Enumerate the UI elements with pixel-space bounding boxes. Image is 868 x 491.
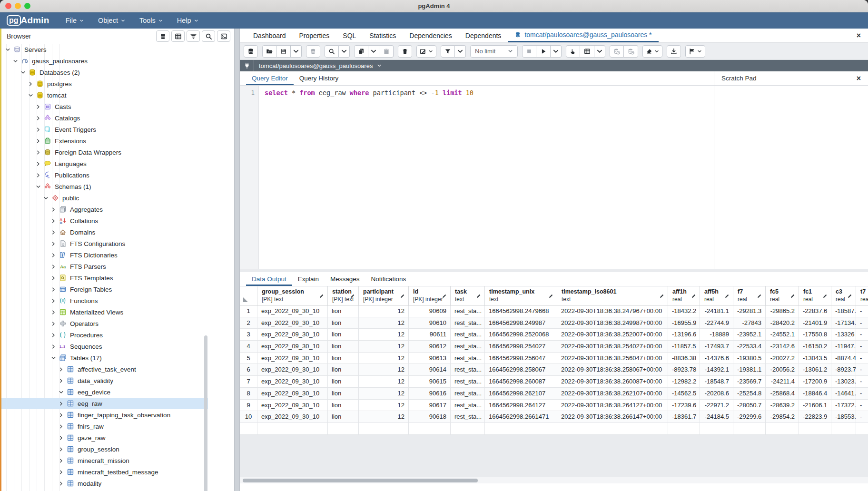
search-objects-button[interactable]	[202, 30, 215, 42]
cell-timestamp-iso8601[interactable]: 2022-09-30T18:36:38.256047+00:00	[557, 353, 668, 364]
cell-t7[interactable]: -	[856, 317, 868, 329]
cell-c3[interactable]: -13326	[831, 329, 856, 341]
chevron-right-icon[interactable]	[57, 481, 65, 486]
cell-timestamp-iso8601[interactable]: 2022-09-30T18:36:38.252007+00:00	[557, 329, 668, 341]
cell-fc1[interactable]: -18846.4	[799, 388, 831, 400]
cell-aff5h[interactable]: -14392.1	[700, 364, 733, 376]
tree-item-domains[interactable]: Domains	[0, 226, 208, 238]
chevron-right-icon[interactable]	[49, 298, 57, 304]
cell-c3[interactable]: -13023.7	[831, 376, 856, 388]
minimize-window-button[interactable]	[15, 3, 21, 9]
cell-station[interactable]: lion	[328, 317, 359, 329]
cell-aff5h[interactable]: -24181.1	[700, 305, 733, 317]
row-number[interactable]: 4	[240, 341, 257, 353]
chevron-right-icon[interactable]	[57, 412, 65, 418]
cell-fc1[interactable]: -13061.2	[799, 364, 831, 376]
tree-item-minecraft-testbed-message[interactable]: minecraft_testbed_message	[0, 466, 208, 478]
tree-item-databases-2[interactable]: Databases (2)	[0, 67, 208, 78]
cell-id[interactable]: 90612	[409, 341, 451, 353]
cell-participant[interactable]: 12	[359, 364, 409, 376]
paste-button[interactable]	[379, 45, 394, 58]
chevron-right-icon[interactable]	[49, 230, 57, 235]
column-header-fc1[interactable]: fc1 real	[799, 286, 831, 305]
column-header-c3[interactable]: c3 real	[831, 286, 856, 305]
cell-fc5[interactable]: -29854.2	[766, 411, 799, 423]
cell-station[interactable]: lion	[328, 329, 359, 341]
tree-item-foreign-data-wrappers[interactable]: Foreign Data Wrappers	[0, 147, 208, 158]
cell-timestamp-unix[interactable]: 1664562998.262107	[485, 388, 557, 400]
cell-task[interactable]: rest_sta...	[451, 376, 485, 388]
tree-item-public[interactable]: public	[0, 192, 208, 204]
cell-aff1h[interactable]: -14562.5	[668, 388, 700, 400]
tree-item-casts[interactable]: 69 Casts	[0, 101, 208, 112]
chevron-down-icon[interactable]	[19, 70, 27, 75]
sql-code-line[interactable]: select * from eeg_raw where participant …	[265, 89, 473, 97]
cell-t7[interactable]: -	[856, 376, 868, 388]
chevron-right-icon[interactable]	[34, 161, 42, 167]
cell-id[interactable]: 90609	[409, 305, 451, 317]
cell-fc5[interactable]: -20056.2	[766, 364, 799, 376]
cell-t7[interactable]: -	[856, 388, 868, 400]
menu-object[interactable]: Object	[98, 17, 125, 24]
cell-aff1h[interactable]: -16955.9	[668, 317, 700, 329]
chevron-right-icon[interactable]	[49, 207, 57, 212]
cell-aff5h[interactable]: -17493.7	[700, 341, 733, 353]
cell-id[interactable]: 90613	[409, 353, 451, 364]
cell-f7[interactable]: -27843	[733, 317, 766, 329]
chevron-right-icon[interactable]	[27, 81, 34, 87]
tab-query-tool-active[interactable]: tomcat/paulosoares@gauss_paulosoares *	[508, 29, 658, 42]
cell-aff5h[interactable]: -18548.7	[700, 376, 733, 388]
tree-item-procedures[interactable]: Procedures	[0, 329, 208, 341]
download-button[interactable]	[667, 45, 681, 58]
cell-t7[interactable]: -	[856, 305, 868, 317]
cell-timestamp-unix[interactable]: 1664562998.256047	[485, 353, 557, 364]
tree-item-operators[interactable]: Operators	[0, 318, 208, 329]
panel-splitter[interactable]	[234, 29, 240, 491]
close-window-button[interactable]	[5, 3, 11, 9]
cell-c3[interactable]: -11947.9	[831, 341, 856, 353]
cell-id[interactable]: 90610	[409, 317, 451, 329]
cell-task[interactable]: rest_sta...	[451, 364, 485, 376]
chevron-right-icon[interactable]	[49, 264, 57, 269]
macros-button[interactable]	[685, 45, 705, 58]
chevron-right-icon[interactable]	[49, 241, 57, 246]
cell-fc1[interactable]: -21401.9	[799, 317, 831, 329]
tree-item-fnirs-raw[interactable]: fnirs_raw	[0, 421, 208, 432]
chevron-right-icon[interactable]	[57, 470, 65, 475]
cell-aff5h[interactable]: -14376.6	[700, 353, 733, 364]
edit-filtered-rows-button[interactable]	[306, 45, 320, 58]
open-file-button[interactable]	[262, 45, 276, 58]
cell-aff1h[interactable]: -8923.78	[668, 364, 700, 376]
cell-c3[interactable]: -8923.78	[831, 364, 856, 376]
cell-f7[interactable]: -25254.8	[733, 388, 766, 400]
explain-options-button[interactable]	[594, 45, 605, 58]
chevron-right-icon[interactable]	[57, 378, 65, 383]
chevron-right-icon[interactable]	[34, 173, 42, 178]
copy-options-button[interactable]	[368, 45, 379, 58]
cell-timestamp-unix[interactable]: 1664562998.258067	[485, 364, 557, 376]
cell-t7[interactable]: -	[856, 329, 868, 341]
cell-fc5[interactable]: -25868.4	[766, 388, 799, 400]
rollback-button[interactable]	[624, 45, 638, 58]
close-scratch-pad-button[interactable]: ×	[857, 74, 861, 83]
tree-item-collations[interactable]: AB Collations	[0, 215, 208, 226]
cell-aff5h[interactable]: -18889	[700, 329, 733, 341]
sidebar-scrollbar[interactable]	[204, 335, 207, 491]
column-header-fc5[interactable]: fc5 real	[766, 286, 799, 305]
menu-tools[interactable]: Tools	[139, 17, 163, 24]
row-number[interactable]: 9	[240, 400, 257, 412]
column-header-station[interactable]: station [PK] text	[328, 286, 359, 305]
cell-group-session[interactable]: exp_2022_09_30_10	[257, 388, 328, 400]
output-tab-data-output[interactable]: Data Output	[246, 272, 292, 286]
cell-fc5[interactable]: -28639.2	[766, 400, 799, 412]
column-header-aff1h[interactable]: aff1h real	[668, 286, 700, 305]
row-number[interactable]: 8	[240, 388, 257, 400]
chevron-right-icon[interactable]	[49, 321, 57, 326]
chevron-right-icon[interactable]	[49, 287, 57, 292]
chevron-right-icon[interactable]	[49, 275, 57, 281]
cancel-query-button[interactable]	[522, 45, 536, 58]
cell-c3[interactable]: -14641.7	[831, 388, 856, 400]
cell-timestamp-unix[interactable]: 1664562998.264127	[485, 400, 557, 412]
cell-f7[interactable]: -28050.7	[733, 400, 766, 412]
cell-fc1[interactable]: -13043.5	[799, 353, 831, 364]
